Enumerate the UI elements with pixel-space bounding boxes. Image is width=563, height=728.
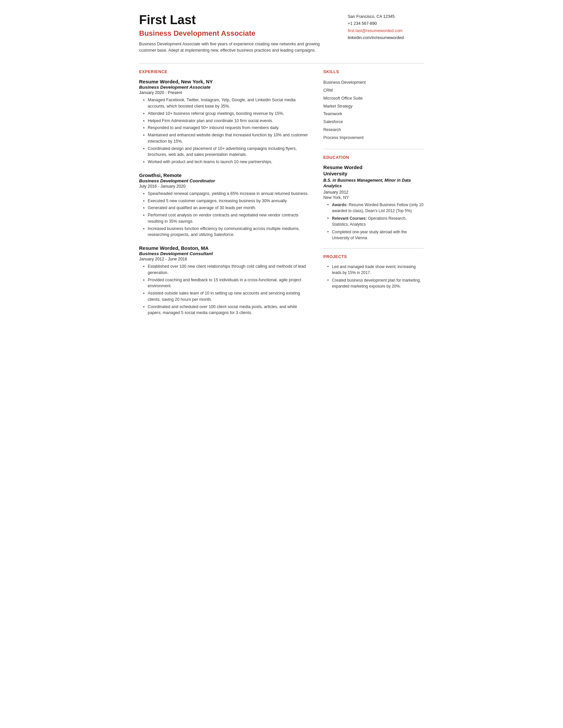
edu-bullets-list: Awards: Resume Worded Business Fellow (o… — [323, 202, 424, 241]
list-item: Attended 10+ business referral group mee… — [143, 111, 310, 117]
right-column: SKILLS Business DevelopmentCRMMicrosoft … — [323, 69, 424, 323]
skill-item: Process Improvement — [323, 134, 424, 142]
project-item: Created business development plan for ma… — [327, 277, 424, 289]
edu-school: Resume WordedUniversity — [323, 164, 424, 177]
skills-list: Business DevelopmentCRMMicrosoft Office … — [323, 79, 424, 142]
projects-section: PROJECTS Led and managed trade show even… — [323, 254, 424, 289]
list-item: Spearheaded renewal campaigns, yielding … — [143, 191, 310, 197]
candidate-name: First Last — [139, 13, 348, 27]
education-divider — [323, 248, 424, 249]
projects-list: Led and managed trade show event; increa… — [323, 264, 424, 289]
resume-header: First Last Business Development Associat… — [139, 13, 424, 53]
list-item: Increased business function efficiency b… — [143, 226, 310, 238]
contact-email: first.last@resumeworded.com — [348, 27, 424, 34]
education-section: EDUCATION Resume WordedUniversity B.S. i… — [323, 155, 424, 241]
job-title: Business Development Coordinator — [139, 178, 310, 183]
company-name: Growthsi, — [139, 172, 162, 178]
skill-item: CRM — [323, 87, 424, 95]
bullet-list: Managed Facebook, Twitter, Instagram, Ye… — [139, 97, 310, 165]
skills-divider — [323, 149, 424, 149]
skills-section: SKILLS Business DevelopmentCRMMicrosoft … — [323, 69, 424, 142]
bullet-list: Established over 100 new client relation… — [139, 263, 310, 316]
edu-degree: B.S. in Business Management, Minor in Da… — [323, 178, 424, 189]
skills-heading: SKILLS — [323, 69, 424, 74]
experience-item: Resume Worded, Boston, MABusiness Develo… — [139, 245, 310, 316]
date-range: January 2012 - June 2016 — [139, 257, 310, 261]
list-item: Performed cost analysis on vendor contra… — [143, 212, 310, 225]
date-range: January 2020 - Present — [139, 90, 310, 95]
edu-bullet-item: Completed one-year study abroad with the… — [327, 229, 424, 241]
edu-location: New York, NY — [323, 195, 424, 200]
list-item: Generated and qualified an average of 30… — [143, 205, 310, 211]
skill-item: Salesforce — [323, 118, 424, 126]
list-item: Established over 100 new client relation… — [143, 263, 310, 276]
contact-address: San Francisco, CA 12345 — [348, 13, 424, 20]
skill-item: Research — [323, 126, 424, 134]
candidate-title: Business Development Associate — [139, 29, 348, 38]
bullet-list: Spearheaded renewal campaigns, yielding … — [139, 191, 310, 238]
header-left: First Last Business Development Associat… — [139, 13, 348, 53]
edu-bullet-item: Awards: Resume Worded Business Fellow (o… — [327, 202, 424, 214]
skill-item: Market Strategy — [323, 103, 424, 111]
list-item: Helped Firm Administrator plan and coord… — [143, 118, 310, 124]
contact-info: San Francisco, CA 12345 +1 234 567-890 f… — [348, 13, 424, 41]
main-layout: EXPERIENCE Resume Worded, New York, NYBu… — [139, 69, 424, 323]
list-item: Assisted outside sales team of 10 in set… — [143, 290, 310, 303]
skill-item: Teamwork — [323, 110, 424, 118]
bullet-label: Relevant Courses: — [332, 216, 367, 221]
list-item: Executed 5 new customer campaigns, incre… — [143, 198, 310, 204]
header-divider — [139, 63, 424, 64]
project-item: Led and managed trade show event; increa… — [327, 264, 424, 276]
job-title: Business Development Associate — [139, 85, 310, 90]
skill-item: Microsoft Office Suite — [323, 95, 424, 103]
education-block: Resume WordedUniversity B.S. in Business… — [323, 164, 424, 241]
list-item: Provided coaching and feedback to 15 ind… — [143, 277, 310, 290]
edu-date: January 2012 — [323, 190, 424, 195]
company-name: Resume Worded, — [139, 79, 179, 84]
list-item: Managed Facebook, Twitter, Instagram, Ye… — [143, 97, 310, 110]
company-line: Growthsi, Remote — [139, 172, 310, 178]
company-name: Resume Worded, — [139, 245, 179, 251]
list-item: Responded to and managed 50+ inbound req… — [143, 125, 310, 131]
list-item: Maintained and enhanced website design t… — [143, 132, 310, 145]
job-title: Business Development Consultant — [139, 251, 310, 256]
contact-linkedin: linkedin.com/in/resumeworded — [348, 34, 424, 41]
date-range: July 2016 - January 2020 — [139, 184, 310, 189]
company-line: Resume Worded, New York, NY — [139, 79, 310, 84]
company-line: Resume Worded, Boston, MA — [139, 245, 310, 251]
experience-section-heading: EXPERIENCE — [139, 69, 310, 74]
experience-item: Resume Worded, New York, NYBusiness Deve… — [139, 79, 310, 165]
experience-list: Resume Worded, New York, NYBusiness Deve… — [139, 79, 310, 316]
experience-item: Growthsi, RemoteBusiness Development Coo… — [139, 172, 310, 238]
left-column: EXPERIENCE Resume Worded, New York, NYBu… — [139, 69, 310, 323]
list-item: Coordinated and scheduled over 100 clien… — [143, 304, 310, 316]
bullet-label: Awards: — [332, 203, 348, 207]
skill-item: Business Development — [323, 79, 424, 87]
candidate-summary: Business Development Associate with five… — [139, 41, 325, 54]
edu-bullet-item: Relevant Courses: Operations Research, S… — [327, 215, 424, 227]
list-item: Worked with product and tech teams to la… — [143, 159, 310, 165]
contact-phone: +1 234 567-890 — [348, 20, 424, 27]
education-heading: EDUCATION — [323, 155, 424, 160]
list-item: Coordinated design and placement of 10+ … — [143, 146, 310, 158]
projects-heading: PROJECTS — [323, 254, 424, 259]
